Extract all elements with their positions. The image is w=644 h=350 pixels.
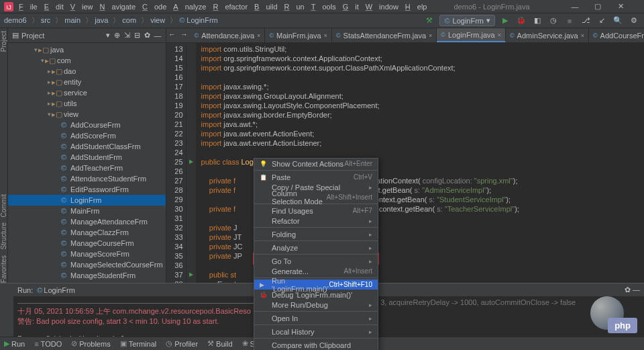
menu-run[interactable]: Run <box>284 3 305 11</box>
project-tree[interactable]: ▾▸▢java▾▸▢com▸▸▢dao▸▸▢entity▸▸▢service▸▸… <box>8 43 166 283</box>
close-tab-icon[interactable]: × <box>429 32 432 39</box>
stop-button[interactable]: ■ <box>564 15 576 27</box>
tree-item-AddCourseFrm[interactable]: ©AddCourseFrm <box>8 120 166 130</box>
tree-item-AddStudentClassFrm[interactable]: ©AddStudentClassFrm <box>8 141 166 152</box>
close-tab-icon[interactable]: × <box>324 32 327 39</box>
settings-icon[interactable]: ✿ <box>144 31 150 40</box>
editor-tab[interactable]: ©AddCourseFrm.java× <box>589 28 644 42</box>
breadcrumb-item[interactable]: java <box>95 16 108 24</box>
menu-item[interactable]: Generate...Alt+Insert <box>254 266 378 276</box>
tree-item-ManageSelectedCourseFrm[interactable]: ©ManageSelectedCourseFrm <box>8 259 166 270</box>
tree-item-dao[interactable]: ▸▸▢dao <box>8 66 166 77</box>
tool-problems[interactable]: ⊘ Problems <box>71 339 110 348</box>
menu-navigate[interactable]: Navigate <box>100 3 136 11</box>
menu-analyze[interactable]: Analyze <box>173 3 206 11</box>
tool-structure[interactable]: Structure <box>0 222 7 250</box>
tree-item-service[interactable]: ▸▸▢service <box>8 87 166 98</box>
menu-item[interactable]: Local History▸ <box>254 326 378 337</box>
expand-button[interactable]: ⇲ <box>124 31 130 40</box>
breadcrumb-item[interactable]: main <box>64 16 80 24</box>
maximize-button[interactable]: ▢ <box>592 1 604 13</box>
hide-button[interactable]: — <box>154 32 162 40</box>
run-button[interactable]: ▶ <box>499 15 511 27</box>
breadcrumb-item[interactable]: demo6 <box>4 16 27 24</box>
menu-edit[interactable]: Edit <box>44 3 64 11</box>
run-config-selector[interactable]: © LoginFrm ▾ <box>439 15 495 26</box>
run-settings-button[interactable]: ✿ — <box>625 286 640 294</box>
tabs-fwd[interactable]: → <box>178 28 191 40</box>
close-tab-icon[interactable]: × <box>498 32 501 38</box>
menu-code[interactable]: Code <box>142 3 166 11</box>
tree-item-ManageClazzFrm[interactable]: ©ManageClazzFrm <box>8 227 166 238</box>
tree-item-AddStudentFrm[interactable]: ©AddStudentFrm <box>8 152 166 163</box>
menu-view[interactable]: View <box>70 3 93 11</box>
select-opened-button[interactable]: ⊕ <box>114 31 120 40</box>
menu-item[interactable]: Analyze▸ <box>254 243 378 253</box>
editor-context-menu[interactable]: 💡Show Context ActionsAlt+Enter📋PasteCtrl… <box>254 158 378 350</box>
menu-item[interactable]: Refactor▸ <box>254 216 378 226</box>
chevron-down-icon[interactable]: ▾ <box>106 31 110 40</box>
breadcrumb-item[interactable]: src <box>41 16 51 24</box>
menu-build[interactable]: Build <box>254 3 277 11</box>
menu-item[interactable]: Compare with Clipboard <box>254 340 378 350</box>
search-button[interactable]: 🔍 <box>612 15 624 27</box>
breadcrumb-item[interactable]: © LoginFrm <box>179 16 218 24</box>
tree-item-entity[interactable]: ▸▸▢entity <box>8 77 166 87</box>
tree-item-MainFrm[interactable]: ©MainFrm <box>8 206 166 216</box>
git-update-button[interactable]: ↙ <box>596 15 608 27</box>
menu-item[interactable]: Find UsagesAlt+F7 <box>254 206 378 216</box>
build-button[interactable]: ⚒ <box>423 15 435 27</box>
tabs-back[interactable]: ← <box>166 28 178 40</box>
tool-commit[interactable]: Commit <box>0 194 7 217</box>
tree-item-LoginFrm[interactable]: ©LoginFrm <box>8 195 166 206</box>
menu-git[interactable]: Git <box>343 3 359 11</box>
tool-run[interactable]: ▶Run <box>4 339 25 348</box>
tool-build[interactable]: ⚒ Build <box>207 339 232 348</box>
editor-tab[interactable]: ©MainFrm.java× <box>265 28 332 42</box>
tree-item-ManageAttendanceFrm[interactable]: ©ManageAttendanceFrm <box>8 216 166 227</box>
editor-tab[interactable]: ©AdminService.java× <box>506 28 589 42</box>
settings-button[interactable]: ⚙ <box>628 15 640 27</box>
breadcrumb-item[interactable]: com <box>122 16 136 24</box>
tool-terminal[interactable]: ▣ Terminal <box>120 339 157 348</box>
git-branch-button[interactable]: ⎇ <box>580 15 592 27</box>
menu-item[interactable]: Open In▸ <box>254 313 378 323</box>
menu-file[interactable]: File <box>19 3 38 11</box>
tree-item-view[interactable]: ▾▸▢view <box>8 109 166 120</box>
menu-item[interactable]: 🐞Debug 'LoginFrm.main()' <box>254 290 378 300</box>
menu-item[interactable]: Column Selection ModeAlt+Shift+Insert <box>254 192 378 202</box>
tree-item-java[interactable]: ▾▸▢java <box>8 44 166 55</box>
menu-item[interactable]: Folding▸ <box>254 229 378 239</box>
code-editor[interactable]: 1314151617181920212223242526272829303132… <box>166 43 644 283</box>
menu-item[interactable]: 💡Show Context ActionsAlt+Enter <box>254 159 378 169</box>
editor-tab[interactable]: ©StatsAttendanceFrm.java× <box>332 28 437 42</box>
tree-item-EditPasswordFrm[interactable]: ©EditPasswordFrm <box>8 184 166 195</box>
tool-profiler[interactable]: ◷ Profiler <box>166 339 198 348</box>
menu-item[interactable]: 📋PasteCtrl+V <box>254 172 378 182</box>
menu-refactor[interactable]: Refactor <box>213 3 248 11</box>
menu-tools[interactable]: Tools <box>311 3 336 11</box>
tree-item-AddTeacherFrm[interactable]: ©AddTeacherFrm <box>8 163 166 173</box>
menu-item[interactable]: More Run/Debug▸ <box>254 300 378 310</box>
debug-button[interactable]: 🐞 <box>515 15 527 27</box>
menu-item[interactable]: Go To▸ <box>254 256 378 266</box>
tool-todo[interactable]: ≡ TODO <box>34 340 62 348</box>
close-tab-icon[interactable]: × <box>257 32 260 39</box>
tree-item-ManageStudentFrm[interactable]: ©ManageStudentFrm <box>8 270 166 281</box>
tree-item-com[interactable]: ▾▸▢com <box>8 55 166 66</box>
tool-favorites[interactable]: Favorites <box>0 255 7 283</box>
tree-item-ManageScoreFrm[interactable]: ©ManageScoreFrm <box>8 249 166 259</box>
menu-item[interactable]: ▶Run 'LoginFrm.main()'Ctrl+Shift+F10 <box>254 279 378 290</box>
menu-window[interactable]: Window <box>366 3 398 11</box>
editor-tab[interactable]: ©LoginFrm.java× <box>437 28 506 42</box>
editor-tab[interactable]: ©Attendance.java× <box>191 28 266 42</box>
minimize-button[interactable]: — <box>569 1 581 13</box>
tree-item-utils[interactable]: ▸▸▢utils <box>8 98 166 109</box>
close-tab-icon[interactable]: × <box>581 32 584 39</box>
menu-help[interactable]: Help <box>405 3 427 11</box>
tool-project[interactable]: Project <box>0 31 7 52</box>
close-button[interactable]: ✕ <box>614 1 627 13</box>
breadcrumb-item[interactable]: view <box>150 16 165 24</box>
tree-item-AddScoreFrm[interactable]: ©AddScoreFrm <box>8 130 166 141</box>
tree-item-AttendanceStudentFrm[interactable]: ©AttendanceStudentFrm <box>8 173 166 184</box>
